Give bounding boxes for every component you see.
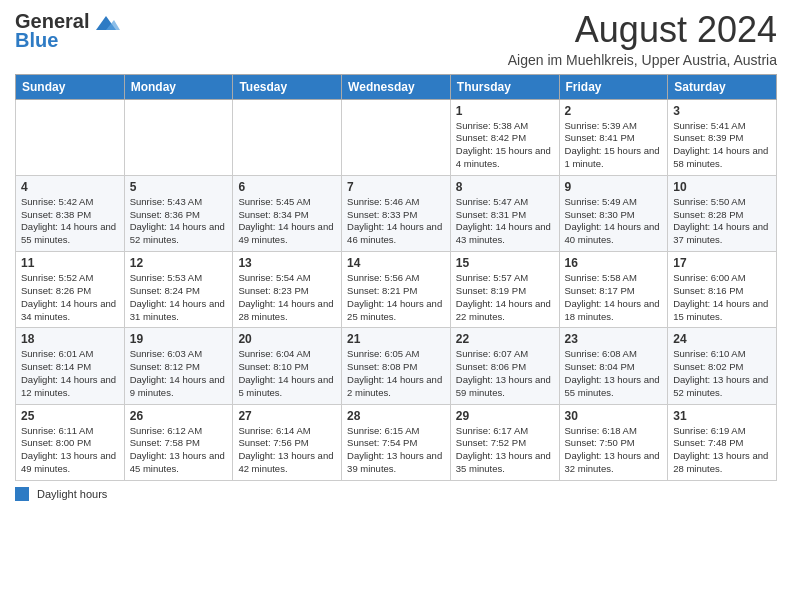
day-number: 18 bbox=[21, 332, 119, 346]
calendar-cell-w1-d4 bbox=[342, 99, 451, 175]
page: General Blue August 2024 Aigen im Muehlk… bbox=[0, 0, 792, 511]
calendar-cell-w4-d7: 24Sunrise: 6:10 AM Sunset: 8:02 PM Dayli… bbox=[668, 328, 777, 404]
day-info: Sunrise: 6:04 AM Sunset: 8:10 PM Dayligh… bbox=[238, 348, 336, 399]
calendar-cell-w4-d2: 19Sunrise: 6:03 AM Sunset: 8:12 PM Dayli… bbox=[124, 328, 233, 404]
day-info: Sunrise: 5:45 AM Sunset: 8:34 PM Dayligh… bbox=[238, 196, 336, 247]
calendar-cell-w5-d4: 28Sunrise: 6:15 AM Sunset: 7:54 PM Dayli… bbox=[342, 404, 451, 480]
day-number: 30 bbox=[565, 409, 663, 423]
week-row-2: 4Sunrise: 5:42 AM Sunset: 8:38 PM Daylig… bbox=[16, 175, 777, 251]
day-info: Sunrise: 6:15 AM Sunset: 7:54 PM Dayligh… bbox=[347, 425, 445, 476]
week-row-5: 25Sunrise: 6:11 AM Sunset: 8:00 PM Dayli… bbox=[16, 404, 777, 480]
calendar-cell-w4-d1: 18Sunrise: 6:01 AM Sunset: 8:14 PM Dayli… bbox=[16, 328, 125, 404]
day-info: Sunrise: 5:42 AM Sunset: 8:38 PM Dayligh… bbox=[21, 196, 119, 247]
day-number: 11 bbox=[21, 256, 119, 270]
day-info: Sunrise: 6:17 AM Sunset: 7:52 PM Dayligh… bbox=[456, 425, 554, 476]
calendar-cell-w3-d3: 13Sunrise: 5:54 AM Sunset: 8:23 PM Dayli… bbox=[233, 252, 342, 328]
calendar-cell-w2-d2: 5Sunrise: 5:43 AM Sunset: 8:36 PM Daylig… bbox=[124, 175, 233, 251]
calendar-cell-w1-d3 bbox=[233, 99, 342, 175]
calendar-cell-w5-d6: 30Sunrise: 6:18 AM Sunset: 7:50 PM Dayli… bbox=[559, 404, 668, 480]
week-row-1: 1Sunrise: 5:38 AM Sunset: 8:42 PM Daylig… bbox=[16, 99, 777, 175]
day-number: 22 bbox=[456, 332, 554, 346]
col-wednesday: Wednesday bbox=[342, 74, 451, 99]
calendar-cell-w2-d3: 6Sunrise: 5:45 AM Sunset: 8:34 PM Daylig… bbox=[233, 175, 342, 251]
day-info: Sunrise: 5:49 AM Sunset: 8:30 PM Dayligh… bbox=[565, 196, 663, 247]
day-number: 21 bbox=[347, 332, 445, 346]
day-number: 3 bbox=[673, 104, 771, 118]
day-number: 15 bbox=[456, 256, 554, 270]
day-number: 19 bbox=[130, 332, 228, 346]
day-number: 16 bbox=[565, 256, 663, 270]
day-number: 5 bbox=[130, 180, 228, 194]
calendar-cell-w2-d5: 8Sunrise: 5:47 AM Sunset: 8:31 PM Daylig… bbox=[450, 175, 559, 251]
calendar-cell-w3-d4: 14Sunrise: 5:56 AM Sunset: 8:21 PM Dayli… bbox=[342, 252, 451, 328]
calendar-cell-w2-d6: 9Sunrise: 5:49 AM Sunset: 8:30 PM Daylig… bbox=[559, 175, 668, 251]
day-number: 26 bbox=[130, 409, 228, 423]
day-number: 29 bbox=[456, 409, 554, 423]
day-number: 2 bbox=[565, 104, 663, 118]
col-monday: Monday bbox=[124, 74, 233, 99]
calendar-table: Sunday Monday Tuesday Wednesday Thursday… bbox=[15, 74, 777, 481]
calendar-cell-w5-d3: 27Sunrise: 6:14 AM Sunset: 7:56 PM Dayli… bbox=[233, 404, 342, 480]
calendar-cell-w3-d6: 16Sunrise: 5:58 AM Sunset: 8:17 PM Dayli… bbox=[559, 252, 668, 328]
day-info: Sunrise: 6:18 AM Sunset: 7:50 PM Dayligh… bbox=[565, 425, 663, 476]
logo-icon bbox=[92, 12, 120, 32]
day-info: Sunrise: 5:41 AM Sunset: 8:39 PM Dayligh… bbox=[673, 120, 771, 171]
day-info: Sunrise: 5:58 AM Sunset: 8:17 PM Dayligh… bbox=[565, 272, 663, 323]
day-info: Sunrise: 5:54 AM Sunset: 8:23 PM Dayligh… bbox=[238, 272, 336, 323]
calendar-cell-w4-d6: 23Sunrise: 6:08 AM Sunset: 8:04 PM Dayli… bbox=[559, 328, 668, 404]
day-number: 13 bbox=[238, 256, 336, 270]
col-thursday: Thursday bbox=[450, 74, 559, 99]
calendar-cell-w1-d1 bbox=[16, 99, 125, 175]
day-number: 12 bbox=[130, 256, 228, 270]
day-info: Sunrise: 6:10 AM Sunset: 8:02 PM Dayligh… bbox=[673, 348, 771, 399]
calendar-cell-w5-d5: 29Sunrise: 6:17 AM Sunset: 7:52 PM Dayli… bbox=[450, 404, 559, 480]
day-info: Sunrise: 6:14 AM Sunset: 7:56 PM Dayligh… bbox=[238, 425, 336, 476]
calendar-cell-w5-d7: 31Sunrise: 6:19 AM Sunset: 7:48 PM Dayli… bbox=[668, 404, 777, 480]
day-number: 6 bbox=[238, 180, 336, 194]
day-info: Sunrise: 5:47 AM Sunset: 8:31 PM Dayligh… bbox=[456, 196, 554, 247]
day-info: Sunrise: 6:11 AM Sunset: 8:00 PM Dayligh… bbox=[21, 425, 119, 476]
day-info: Sunrise: 6:03 AM Sunset: 8:12 PM Dayligh… bbox=[130, 348, 228, 399]
day-number: 28 bbox=[347, 409, 445, 423]
calendar-cell-w5-d1: 25Sunrise: 6:11 AM Sunset: 8:00 PM Dayli… bbox=[16, 404, 125, 480]
day-info: Sunrise: 5:39 AM Sunset: 8:41 PM Dayligh… bbox=[565, 120, 663, 171]
day-info: Sunrise: 5:46 AM Sunset: 8:33 PM Dayligh… bbox=[347, 196, 445, 247]
day-info: Sunrise: 6:08 AM Sunset: 8:04 PM Dayligh… bbox=[565, 348, 663, 399]
calendar-cell-w3-d5: 15Sunrise: 5:57 AM Sunset: 8:19 PM Dayli… bbox=[450, 252, 559, 328]
day-number: 7 bbox=[347, 180, 445, 194]
calendar-cell-w2-d1: 4Sunrise: 5:42 AM Sunset: 8:38 PM Daylig… bbox=[16, 175, 125, 251]
day-number: 4 bbox=[21, 180, 119, 194]
calendar-header-row: Sunday Monday Tuesday Wednesday Thursday… bbox=[16, 74, 777, 99]
day-number: 25 bbox=[21, 409, 119, 423]
day-number: 23 bbox=[565, 332, 663, 346]
day-number: 10 bbox=[673, 180, 771, 194]
calendar-body: 1Sunrise: 5:38 AM Sunset: 8:42 PM Daylig… bbox=[16, 99, 777, 480]
calendar-cell-w3-d7: 17Sunrise: 6:00 AM Sunset: 8:16 PM Dayli… bbox=[668, 252, 777, 328]
calendar-cell-w1-d7: 3Sunrise: 5:41 AM Sunset: 8:39 PM Daylig… bbox=[668, 99, 777, 175]
day-info: Sunrise: 5:38 AM Sunset: 8:42 PM Dayligh… bbox=[456, 120, 554, 171]
calendar-cell-w1-d2 bbox=[124, 99, 233, 175]
day-number: 14 bbox=[347, 256, 445, 270]
day-info: Sunrise: 6:01 AM Sunset: 8:14 PM Dayligh… bbox=[21, 348, 119, 399]
day-info: Sunrise: 6:19 AM Sunset: 7:48 PM Dayligh… bbox=[673, 425, 771, 476]
day-number: 24 bbox=[673, 332, 771, 346]
col-tuesday: Tuesday bbox=[233, 74, 342, 99]
col-saturday: Saturday bbox=[668, 74, 777, 99]
day-info: Sunrise: 6:12 AM Sunset: 7:58 PM Dayligh… bbox=[130, 425, 228, 476]
day-info: Sunrise: 5:53 AM Sunset: 8:24 PM Dayligh… bbox=[130, 272, 228, 323]
day-info: Sunrise: 6:05 AM Sunset: 8:08 PM Dayligh… bbox=[347, 348, 445, 399]
day-info: Sunrise: 6:07 AM Sunset: 8:06 PM Dayligh… bbox=[456, 348, 554, 399]
month-title: August 2024 bbox=[508, 10, 777, 50]
day-info: Sunrise: 5:57 AM Sunset: 8:19 PM Dayligh… bbox=[456, 272, 554, 323]
calendar-cell-w2-d7: 10Sunrise: 5:50 AM Sunset: 8:28 PM Dayli… bbox=[668, 175, 777, 251]
logo-blue: Blue bbox=[15, 29, 58, 52]
logo: General Blue bbox=[15, 10, 120, 52]
calendar-cell-w5-d2: 26Sunrise: 6:12 AM Sunset: 7:58 PM Dayli… bbox=[124, 404, 233, 480]
calendar-cell-w3-d1: 11Sunrise: 5:52 AM Sunset: 8:26 PM Dayli… bbox=[16, 252, 125, 328]
legend-label: Daylight hours bbox=[37, 488, 107, 500]
day-number: 8 bbox=[456, 180, 554, 194]
day-number: 27 bbox=[238, 409, 336, 423]
header: General Blue August 2024 Aigen im Muehlk… bbox=[15, 10, 777, 68]
calendar-cell-w3-d2: 12Sunrise: 5:53 AM Sunset: 8:24 PM Dayli… bbox=[124, 252, 233, 328]
day-number: 17 bbox=[673, 256, 771, 270]
